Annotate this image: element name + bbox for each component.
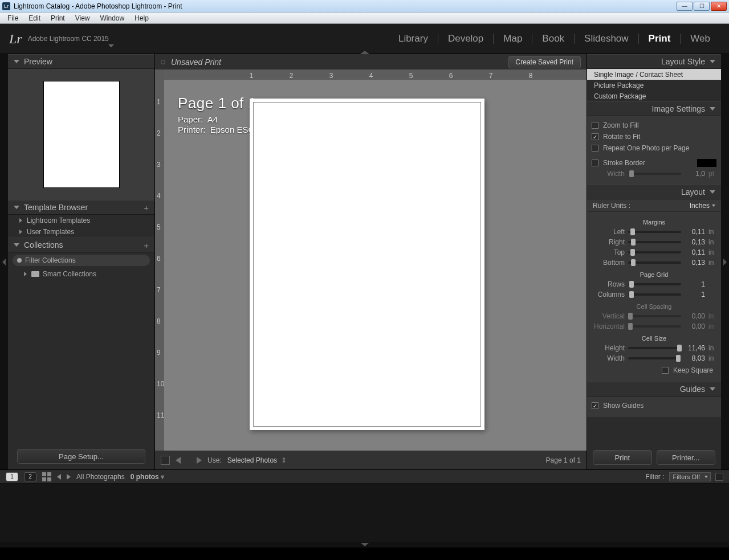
zoom-to-fill-checkbox[interactable] [592, 122, 598, 129]
stroke-border-checkbox[interactable] [592, 160, 598, 166]
menu-file[interactable]: File [2, 14, 23, 22]
module-tab-print[interactable]: Print [639, 33, 681, 44]
version-label: Adobe Lightroom CC 2015 [28, 35, 109, 43]
module-tabs: LibraryDevelopMapBookSlideshowPrintWeb [389, 33, 720, 44]
stroke-width-slider[interactable] [628, 173, 681, 175]
collections-header[interactable]: Collections+ [8, 238, 154, 252]
margin-row: Top0,11in [592, 247, 716, 257]
tree-lightroom-templates[interactable]: Lightroom Templates [8, 215, 154, 226]
filter-dropdown[interactable]: Filters Off [669, 472, 711, 481]
filter-label: Filter : [645, 473, 664, 481]
menu-bar: File Edit Print View Window Help [0, 13, 729, 24]
use-dropdown[interactable]: Selected Photos ⇕ [227, 456, 287, 464]
tree-smart-collections[interactable]: Smart Collections [8, 268, 154, 280]
layout-style-picture-package[interactable]: Picture Package [587, 80, 721, 91]
window-title: Lightroom Catalog - Adobe Photoshop Ligh… [14, 2, 182, 10]
preview-panel-header[interactable]: Preview [8, 54, 154, 69]
guides-header[interactable]: Guides [587, 382, 721, 397]
select-toggle-button[interactable] [161, 456, 170, 465]
use-label: Use: [207, 456, 222, 464]
print-canvas[interactable]: Page 1 of 1 Paper: A4 Printer: Epson ESC… [164, 80, 587, 451]
margin-row: Bottom0,13in [592, 257, 716, 268]
ruler-vertical: 1234567891011 [155, 80, 164, 451]
dropdown-icon [712, 205, 715, 207]
window-titlebar: Lr Lightroom Catalog - Adobe Photoshop L… [0, 0, 729, 13]
margin-row: Right0,13in [592, 237, 716, 247]
pagegrid-columns-slider[interactable] [628, 293, 681, 296]
layout-style-list: Single Image / Contact Sheet Picture Pac… [587, 69, 721, 101]
spacing-row: Vertical0,00in [592, 311, 716, 321]
margin-right-slider[interactable] [628, 241, 681, 243]
cellsize-width-slider[interactable] [628, 357, 681, 359]
right-panel-toggle[interactable] [721, 54, 729, 469]
left-panel-toggle[interactable] [0, 54, 8, 469]
filter-lock-button[interactable] [715, 473, 723, 481]
add-template-icon[interactable]: + [144, 203, 149, 212]
secondary-display-2-button[interactable]: 2 [24, 472, 36, 481]
spacing-row: Horizontal0,00in [592, 321, 716, 332]
margin-left-slider[interactable] [628, 231, 681, 233]
module-picker-bar: Lr Adobe Lightroom CC 2015 LibraryDevelo… [0, 24, 729, 54]
cellsize-height-slider[interactable] [628, 347, 681, 349]
layout-style-header[interactable]: Layout Style [587, 54, 721, 69]
menu-window[interactable]: Window [95, 14, 130, 22]
layout-style-custom-package[interactable]: Custom Package [587, 91, 721, 101]
margin-top-slider[interactable] [628, 251, 681, 254]
module-tab-slideshow[interactable]: Slideshow [575, 33, 638, 44]
menu-print[interactable]: Print [46, 14, 70, 22]
identity-plate-menu-icon[interactable] [108, 44, 114, 47]
right-panel: Layout Style Single Image / Contact Shee… [587, 54, 721, 469]
add-collection-icon[interactable]: + [144, 240, 149, 250]
folder-path-label[interactable]: All Photographs [76, 473, 125, 481]
go-back-button[interactable] [57, 474, 61, 480]
repeat-one-photo-checkbox[interactable] [592, 145, 598, 152]
print-button[interactable]: Print [593, 450, 652, 465]
image-settings-body: Zoom to Fill Rotate to Fit Repeat One Ph… [587, 116, 721, 185]
show-guides-checkbox[interactable] [592, 402, 598, 409]
filmstrip-toolbar: 1 2 All Photographs 0 photos ▾ Filter : … [0, 470, 729, 484]
rotate-to-fit-checkbox[interactable] [592, 133, 598, 140]
go-forward-button[interactable] [67, 474, 71, 480]
printer-button[interactable]: Printer... [657, 450, 716, 465]
module-tab-library[interactable]: Library [389, 33, 438, 44]
spacing-vertical-slider[interactable] [628, 315, 681, 317]
maximize-button[interactable]: ☐ [694, 2, 710, 11]
menu-edit[interactable]: Edit [23, 14, 46, 22]
panel-group-toggle-icon[interactable] [360, 51, 369, 54]
margin-bottom-slider[interactable] [628, 261, 681, 264]
template-browser-header[interactable]: Template Browser+ [8, 200, 154, 215]
photo-count-label[interactable]: 0 photos ▾ [131, 473, 164, 481]
module-tab-web[interactable]: Web [681, 33, 720, 44]
tree-user-templates[interactable]: User Templates [8, 226, 154, 238]
secondary-display-1-button[interactable]: 1 [6, 472, 18, 481]
page-setup-button[interactable]: Page Setup... [17, 449, 145, 464]
filter-collections-input[interactable]: Filter Collections [13, 255, 150, 266]
close-button[interactable]: ✕ [711, 2, 727, 11]
ruler-units-row[interactable]: Ruler Units : Inches [587, 199, 721, 212]
image-settings-header[interactable]: Image Settings [587, 101, 721, 116]
menu-help[interactable]: Help [129, 14, 154, 22]
menu-view[interactable]: View [70, 14, 95, 22]
keep-square-checkbox[interactable] [662, 367, 669, 374]
module-tab-book[interactable]: Book [532, 33, 574, 44]
prev-page-button[interactable] [176, 457, 186, 464]
spacing-horizontal-slider[interactable] [628, 325, 681, 328]
module-tab-map[interactable]: Map [494, 33, 532, 44]
next-page-button[interactable] [192, 457, 202, 464]
module-tab-develop[interactable]: Develop [438, 33, 493, 44]
filmstrip-toggle[interactable] [0, 542, 729, 547]
minimize-button[interactable]: — [677, 2, 693, 11]
cellsize-row: Width8,03in [592, 353, 716, 363]
lightroom-logo: Lr [9, 32, 22, 46]
layout-header[interactable]: Layout [587, 185, 721, 199]
filmstrip-strip[interactable] [0, 484, 729, 542]
stroke-color-swatch[interactable] [697, 159, 716, 167]
grid-view-icon[interactable] [42, 472, 51, 481]
page-count-label: Page 1 of 1 [546, 456, 581, 464]
create-saved-print-button[interactable]: Create Saved Print [508, 56, 581, 68]
left-panel: Preview Template Browser+ Lightroom Temp… [8, 54, 155, 469]
unsaved-print-label: Unsaved Print [171, 58, 221, 67]
layout-style-single[interactable]: Single Image / Contact Sheet [587, 69, 721, 80]
pagegrid-rows-slider[interactable] [628, 283, 681, 285]
pagegrid-row: Rows1 [592, 279, 716, 289]
